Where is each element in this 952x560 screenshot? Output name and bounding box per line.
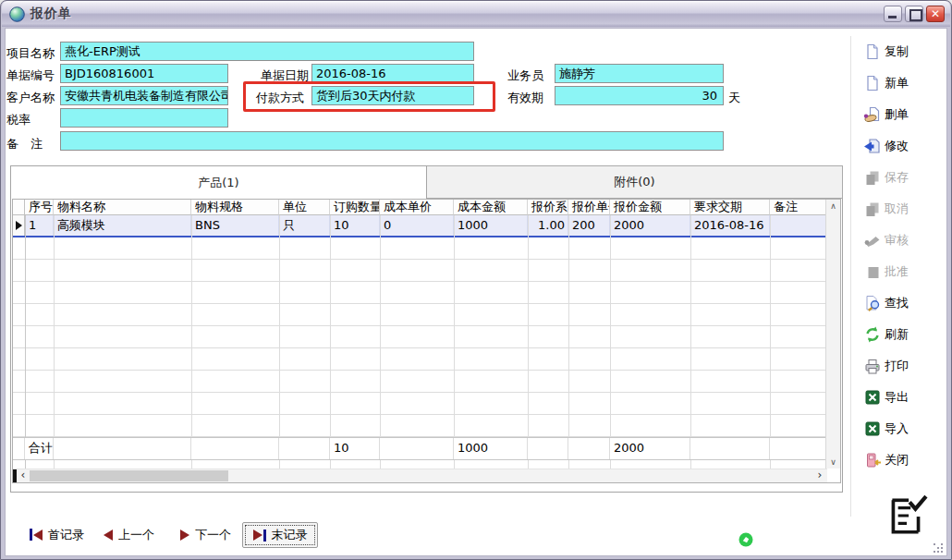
next-record-icon <box>180 530 189 541</box>
cancel-button[interactable]: 取消 <box>863 199 948 218</box>
approve-icon <box>863 262 882 281</box>
col-unit: 单位 <box>279 200 330 215</box>
remark-field[interactable] <box>60 131 724 151</box>
window-title: 报价单 <box>31 6 72 22</box>
refresh-icon <box>863 325 882 344</box>
modify-button[interactable]: 修改 <box>863 136 948 155</box>
validity-unit-label: 天 <box>728 90 740 106</box>
remark-label: 备 注 <box>6 136 43 152</box>
hand-document-icon <box>863 105 882 124</box>
close-form-button[interactable]: 关闭 <box>863 450 948 469</box>
cell-spec: BNS <box>191 215 279 236</box>
audit-icon <box>863 231 882 250</box>
cell-delivery: 2016-08-16 <box>690 215 770 236</box>
tax-label: 税率 <box>6 112 31 128</box>
save-icon <box>863 168 882 187</box>
excel-icon <box>863 420 882 438</box>
totals-cost-amount: 1000 <box>454 438 528 459</box>
cell-cost-amount: 1000 <box>454 215 528 236</box>
arrow-document-icon <box>863 137 882 155</box>
horizontal-scrollbar[interactable]: ‹ › <box>13 469 827 482</box>
col-quote-price: 报价单价 <box>568 200 610 215</box>
doc-date-field[interactable]: 2016-08-16 <box>311 64 474 83</box>
customer-label: 客户名称 <box>6 90 55 106</box>
payment-label: 付款方式 <box>256 90 304 106</box>
tab-strip: 产品(1) 附件(0) <box>10 165 843 199</box>
excel-icon <box>863 388 882 407</box>
prev-record-button[interactable]: 上一个 <box>104 522 154 547</box>
row-indicator <box>13 215 25 236</box>
col-qty: 订购数量 <box>330 200 380 215</box>
panel-separator <box>850 36 851 517</box>
search-icon <box>863 294 882 312</box>
col-delivery: 要求交期 <box>690 200 770 215</box>
tax-field[interactable] <box>60 108 228 128</box>
exit-door-icon <box>863 451 882 469</box>
tab-attachments[interactable]: 附件(0) <box>427 165 843 199</box>
col-spec: 物料规格 <box>191 200 279 215</box>
cell-quote-price: 200 <box>568 215 610 236</box>
cell-remark <box>770 215 826 236</box>
totals-quote-amount: 2000 <box>610 438 690 459</box>
salesman-label: 业务员 <box>507 67 543 84</box>
col-seq: 序号 <box>25 200 54 215</box>
totals-row: 合计 10 1000 2000 <box>13 437 826 460</box>
table-row-selected[interactable]: 1 高频模块 BNS 只 10 0 1000 1.00 200 2000 201… <box>13 215 826 237</box>
export-button[interactable]: 导出 <box>863 387 948 407</box>
col-factor: 报价系 <box>528 200 568 215</box>
scroll-up-icon[interactable]: ∧ <box>826 200 840 213</box>
checked-document-stamp-icon <box>884 493 928 538</box>
close-window-button[interactable] <box>926 6 945 22</box>
scroll-right-icon[interactable]: › <box>813 469 826 482</box>
validity-label: 有效期 <box>507 90 543 106</box>
project-label: 项目名称 <box>6 45 55 62</box>
vertical-scrollbar[interactable]: ∧ ∨ <box>825 200 840 469</box>
minimize-button[interactable] <box>884 6 902 22</box>
payment-field[interactable]: 货到后30天内付款 <box>311 86 474 105</box>
horizontal-scroll-thumb[interactable] <box>30 470 228 481</box>
status-green-icon <box>738 532 753 547</box>
col-name: 物料名称 <box>54 200 191 215</box>
maximize-button[interactable] <box>905 6 923 22</box>
refresh-button[interactable]: 刷新 <box>863 324 948 344</box>
cell-seq: 1 <box>25 215 54 236</box>
totals-label: 合计 <box>25 438 54 459</box>
approve-button[interactable]: 批准 <box>863 262 948 281</box>
scroll-left-icon[interactable]: ‹ <box>17 469 30 482</box>
last-record-button[interactable]: 末记录 <box>242 522 318 548</box>
validity-field[interactable]: 30 <box>555 86 724 105</box>
delete-doc-button[interactable]: 删单 <box>863 104 948 124</box>
doc-no-field[interactable]: BJD160816001 <box>60 64 228 83</box>
project-field[interactable]: 燕化-ERP测试 <box>60 42 474 61</box>
cell-cost-price: 0 <box>380 215 454 236</box>
cell-factor: 1.00 <box>528 215 568 236</box>
scroll-down-icon[interactable]: ∨ <box>826 456 840 469</box>
document-icon <box>863 74 882 92</box>
first-record-icon <box>30 529 43 541</box>
audit-button[interactable]: 审核 <box>863 230 948 250</box>
totals-qty: 10 <box>330 438 380 459</box>
grid-header-row: 序号 物料名称 物料规格 单位 订购数量 成本单价 成本金额 报价系 报价单价 … <box>13 200 826 215</box>
resize-grip[interactable] <box>934 543 945 554</box>
customer-field[interactable]: 安徽共青机电装备制造有限公司 <box>60 86 228 105</box>
col-remark: 备注 <box>770 200 826 215</box>
col-quote-amount: 报价金额 <box>610 200 690 215</box>
empty-grid-rows <box>13 237 826 437</box>
print-button[interactable]: 打印 <box>863 356 948 375</box>
doc-no-label: 单据编号 <box>6 67 55 84</box>
import-button[interactable]: 导入 <box>863 419 948 438</box>
find-button[interactable]: 查找 <box>863 293 948 312</box>
new-doc-button[interactable]: 新单 <box>863 73 948 92</box>
first-record-button[interactable]: 首记录 <box>30 522 84 547</box>
save-button[interactable]: 保存 <box>863 167 948 187</box>
quotation-window: 报价单 项目名称 燕化-ERP测试 单据编号 BJD160816001 单据日期… <box>0 0 952 560</box>
copy-button[interactable]: 复制 <box>863 42 948 61</box>
grid-header-indicator <box>13 200 25 215</box>
col-cost-price: 成本单价 <box>380 200 454 215</box>
printer-icon <box>863 357 882 375</box>
next-record-button[interactable]: 下一个 <box>180 522 231 547</box>
tab-products[interactable]: 产品(1) <box>10 165 427 199</box>
salesman-field[interactable]: 施静芳 <box>555 64 724 83</box>
last-record-icon <box>253 530 266 542</box>
cell-unit: 只 <box>279 215 330 236</box>
